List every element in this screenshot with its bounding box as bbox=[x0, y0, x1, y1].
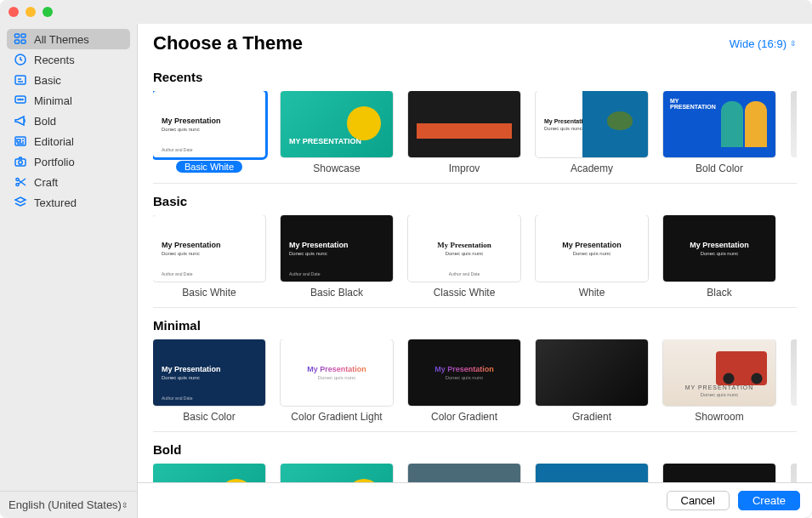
aspect-ratio-selector[interactable]: Wide (16:9) ⇳ bbox=[730, 37, 797, 50]
theme-label: Showroom bbox=[695, 411, 743, 423]
theme-card[interactable]: My PresentationDonec quis nuncBlack bbox=[663, 215, 775, 299]
sidebar-item-label: All Themes bbox=[34, 33, 89, 46]
megaphone-icon bbox=[14, 114, 27, 128]
sidebar-item-craft[interactable]: Craft bbox=[7, 172, 130, 192]
scissors-icon bbox=[14, 175, 27, 189]
grid-icon bbox=[14, 32, 27, 46]
sidebar-item-minimal[interactable]: Minimal bbox=[7, 90, 130, 111]
language-selector[interactable]: English (United States) ⇳ bbox=[0, 491, 137, 518]
sidebar-item-label: Basic bbox=[34, 74, 61, 87]
theme-label: Gradient bbox=[572, 411, 611, 423]
overflow-peek bbox=[791, 91, 797, 157]
theme-thumbnail[interactable]: undefinedundefinedAuthor and Date bbox=[663, 464, 775, 482]
theme-thumbnail[interactable]: My PresentationDonec quis nuncAuthor and… bbox=[281, 215, 393, 282]
sidebar-item-label: Recents bbox=[34, 54, 75, 66]
theme-card[interactable]: MY PRESENTATIONDonec quis nuncShowroom bbox=[663, 339, 775, 423]
svg-point-9 bbox=[22, 99, 23, 100]
close-icon[interactable] bbox=[9, 7, 19, 17]
theme-card[interactable]: My PresentationDonec quis nuncAuthor and… bbox=[408, 215, 520, 299]
theme-card[interactable] bbox=[408, 464, 520, 482]
theme-card[interactable] bbox=[281, 464, 393, 482]
sidebar-item-label: Minimal bbox=[34, 94, 72, 107]
newspaper-icon bbox=[14, 134, 27, 148]
theme-card[interactable]: My PresentationDonec quis nuncAuthor and… bbox=[153, 339, 265, 423]
svg-rect-0 bbox=[15, 34, 20, 37]
layers-icon bbox=[14, 196, 27, 209]
theme-thumbnail[interactable]: MY PRESENTATION bbox=[663, 91, 775, 157]
theme-thumbnail[interactable] bbox=[536, 339, 648, 406]
sidebar-item-label: Portfolio bbox=[34, 156, 75, 168]
theme-thumbnail[interactable]: My PresentationDonec quis nunc bbox=[536, 215, 648, 282]
svg-point-12 bbox=[19, 161, 22, 164]
theme-label: White bbox=[579, 287, 605, 299]
page-title: Choose a Theme bbox=[153, 32, 303, 54]
create-button[interactable]: Create bbox=[738, 491, 800, 510]
theme-card[interactable]: MY PRESENTATIONBold Color bbox=[663, 91, 775, 174]
titlebar bbox=[0, 0, 812, 24]
sidebar-item-all-themes[interactable]: All Themes bbox=[7, 29, 130, 49]
sidebar-item-recents[interactable]: Recents bbox=[7, 49, 130, 70]
svg-rect-2 bbox=[15, 40, 20, 43]
theme-thumbnail[interactable] bbox=[153, 464, 265, 482]
theme-thumbnail[interactable]: MY PRESENTATION bbox=[281, 91, 393, 157]
theme-thumbnail[interactable]: My PresentationDonec quis nuncAuthor and… bbox=[153, 91, 265, 157]
theme-card[interactable]: undefinedundefinedAuthor and Date bbox=[663, 464, 775, 482]
minimize-icon[interactable] bbox=[26, 7, 36, 17]
theme-thumbnail[interactable] bbox=[536, 464, 648, 482]
clock-icon bbox=[14, 53, 27, 66]
sidebar-item-basic[interactable]: Basic bbox=[7, 70, 130, 90]
theme-card[interactable]: My PresentationDonec quis nuncAuthor and… bbox=[153, 215, 265, 299]
theme-label: Basic Black bbox=[310, 287, 363, 299]
camera-icon bbox=[14, 155, 27, 168]
theme-thumbnail[interactable] bbox=[281, 464, 393, 482]
theme-label: Academy bbox=[571, 162, 613, 174]
theme-card[interactable]: My PresentationDonec quis nuncAcademy bbox=[536, 91, 648, 174]
theme-card[interactable]: Gradient bbox=[536, 339, 648, 423]
theme-thumbnail[interactable]: My PresentationDonec quis nunc bbox=[663, 215, 775, 282]
theme-card[interactable]: My PresentationDonec quis nuncColor Grad… bbox=[408, 339, 520, 423]
zoom-icon[interactable] bbox=[43, 7, 53, 17]
theme-card[interactable]: My PresentationDonec quis nuncAuthor and… bbox=[153, 91, 265, 174]
theme-thumbnail[interactable]: My PresentationDonec quis nuncAuthor and… bbox=[153, 339, 265, 406]
theme-thumbnail[interactable]: My Presentation bbox=[408, 91, 520, 157]
theme-label: Basic Color bbox=[183, 411, 235, 423]
theme-thumbnail[interactable]: My PresentationDonec quis nuncAuthor and… bbox=[153, 215, 265, 282]
sidebar-item-textured[interactable]: Textured bbox=[7, 192, 130, 213]
theme-thumbnail[interactable]: MY PRESENTATIONDonec quis nunc bbox=[663, 339, 775, 406]
theme-card[interactable]: My PresentationDonec quis nuncWhite bbox=[536, 215, 648, 299]
theme-card[interactable]: MY PRESENTATIONShowcase bbox=[281, 91, 393, 174]
svg-point-13 bbox=[16, 178, 19, 180]
sidebar-item-portfolio[interactable]: Portfolio bbox=[7, 151, 130, 172]
sidebar-item-editorial[interactable]: Editorial bbox=[7, 131, 130, 151]
theme-label: Basic White bbox=[182, 287, 236, 299]
svg-point-8 bbox=[20, 99, 20, 100]
sidebar: All Themes Recents Basic Minimal Bold Ed… bbox=[0, 24, 138, 518]
theme-card[interactable]: My PresentationImprov bbox=[408, 91, 520, 174]
theme-label: Black bbox=[707, 287, 731, 299]
svg-rect-1 bbox=[21, 34, 26, 37]
section-title: Bold bbox=[153, 442, 797, 457]
theme-label: Color Gradient Light bbox=[291, 411, 382, 423]
sidebar-item-bold[interactable]: Bold bbox=[7, 111, 130, 131]
svg-rect-3 bbox=[21, 40, 26, 43]
sidebar-item-label: Craft bbox=[34, 176, 58, 189]
theme-card[interactable] bbox=[536, 464, 648, 482]
cancel-button[interactable]: Cancel bbox=[667, 491, 730, 510]
sidebar-item-label: Editorial bbox=[34, 135, 74, 148]
theme-thumbnail[interactable]: My PresentationDonec quis nunc bbox=[281, 339, 393, 406]
chevron-updown-icon: ⇳ bbox=[122, 501, 128, 509]
theme-card[interactable]: My PresentationDonec quis nuncColor Grad… bbox=[281, 339, 393, 423]
theme-label: Bold Color bbox=[696, 162, 743, 174]
theme-thumbnail[interactable]: My PresentationDonec quis nuncAuthor and… bbox=[408, 215, 520, 282]
theme-thumbnail[interactable]: My PresentationDonec quis nunc bbox=[408, 339, 520, 406]
theme-card[interactable] bbox=[153, 464, 265, 482]
theme-thumbnail[interactable]: My PresentationDonec quis nunc bbox=[536, 91, 648, 157]
theme-thumbnail[interactable] bbox=[408, 464, 520, 482]
sidebar-item-label: Textured bbox=[34, 196, 77, 209]
section-title: Minimal bbox=[153, 318, 797, 333]
theme-card[interactable]: My PresentationDonec quis nuncAuthor and… bbox=[281, 215, 393, 299]
svg-point-14 bbox=[16, 183, 19, 185]
message-icon bbox=[14, 94, 27, 107]
theme-label: Showcase bbox=[313, 162, 360, 174]
overflow-peek bbox=[791, 464, 797, 482]
